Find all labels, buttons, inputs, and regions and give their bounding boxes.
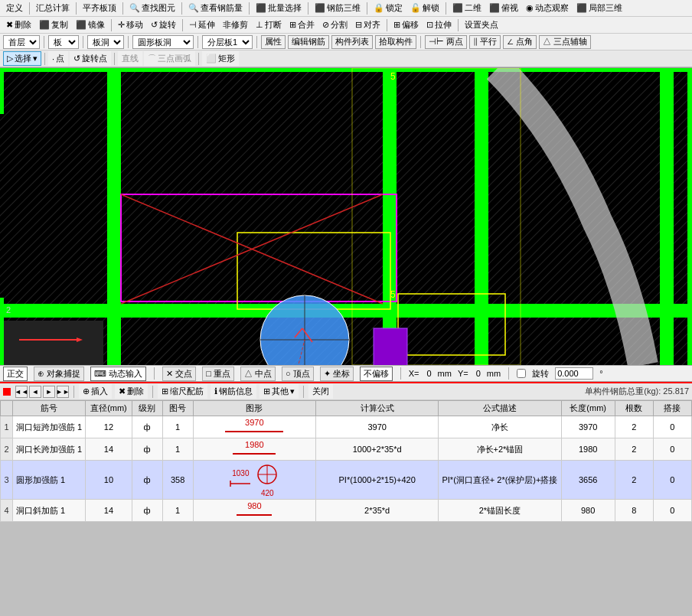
- prev-btn[interactable]: ◄: [29, 386, 41, 398]
- rotate-checkbox[interactable]: [517, 369, 526, 378]
- rotate-value[interactable]: [555, 367, 593, 380]
- last-btn[interactable]: ►►: [57, 386, 69, 398]
- rebar-info-btn[interactable]: ℹ 钢筋信息: [211, 384, 256, 399]
- col-header-length: 长度(mm): [561, 401, 615, 416]
- col-header-desc: 公式描述: [439, 401, 561, 416]
- table-row[interactable]: 1 洞口短跨加强筋 1 12 ф 1 3970 3970 净长 3970 2 0: [1, 416, 692, 438]
- arc-tool-btn[interactable]: ⌒ 三点画弧: [144, 51, 195, 66]
- row-formula-3: PI*(1000+2*15)+420: [315, 461, 438, 500]
- delete-row-btn[interactable]: ✖ 删除: [115, 384, 148, 399]
- insert-btn[interactable]: ⊕ 插入: [79, 384, 112, 399]
- snap-btn[interactable]: ⊕ 对象捕捉: [34, 367, 84, 381]
- point-angle-btn[interactable]: ∠ 点角: [503, 35, 537, 49]
- row-name-3: 圆形加强筋 1: [13, 461, 86, 500]
- svg-rect-13: [0, 114, 107, 298]
- edit-rebar-btn[interactable]: 编辑钢筋: [288, 35, 329, 49]
- lock-btn[interactable]: 🔒 锁定: [370, 1, 406, 15]
- define-btn[interactable]: 定义: [3, 1, 26, 15]
- row-desc-3: PI*(洞口直径+ 2*(保护层)+搭接: [439, 461, 561, 500]
- move-btn[interactable]: ✛ 移动: [115, 18, 146, 32]
- row-splice-3: 0: [653, 461, 691, 500]
- detail-select[interactable]: 圆形板洞: [132, 35, 194, 49]
- copy-btn[interactable]: ⬛ 复制: [36, 18, 71, 32]
- col-header-formula: 计算公式: [315, 401, 438, 416]
- sep1: [29, 2, 30, 15]
- midpoint-btn[interactable]: △ 中点: [240, 367, 276, 381]
- row-shapenum-4: 1: [162, 500, 193, 522]
- flushboard-btn[interactable]: 平齐板顶: [80, 1, 119, 15]
- table-row[interactable]: 4 洞口斜加筋 1 14 ф 1 980 2*35*d 2*锚固长度 980 8…: [1, 500, 692, 522]
- parallel-btn[interactable]: ∥ 平行: [469, 35, 501, 49]
- mirror-btn[interactable]: ⬛ 镜像: [73, 18, 108, 32]
- rotate-btn[interactable]: ↺ 旋转: [148, 18, 179, 32]
- find-btn[interactable]: 🔍 查找图元: [126, 1, 178, 15]
- merge-btn[interactable]: ⊞ 合并: [286, 18, 318, 32]
- row-name-4: 洞口斜加筋 1: [13, 500, 86, 522]
- nooffset-btn[interactable]: 不偏移: [360, 367, 393, 381]
- svg-rect-6: [383, 68, 397, 365]
- line-tool-btn[interactable]: 直线: [118, 51, 142, 66]
- point-tool-btn[interactable]: · 点: [48, 51, 68, 66]
- row-count-4: 8: [615, 500, 653, 522]
- delete-btn[interactable]: ✖ 删除: [3, 18, 34, 32]
- layer-select[interactable]: 分层板1: [202, 35, 253, 49]
- sep2: [76, 2, 77, 15]
- stretch-btn[interactable]: ⊡ 拉伸: [423, 18, 455, 32]
- intersect-btn[interactable]: ✕ 交点: [162, 367, 196, 381]
- pick-component-btn[interactable]: 拾取构件: [375, 35, 416, 49]
- unlock-btn[interactable]: 🔓 解锁: [407, 1, 442, 15]
- offset-btn[interactable]: ⊞ 偏移: [390, 18, 422, 32]
- next-btn[interactable]: ►: [43, 386, 55, 398]
- break-btn[interactable]: ⊥ 打断: [253, 18, 285, 32]
- view-rebar-btn[interactable]: 🔍 查看钢筋量: [185, 1, 246, 15]
- close-btn[interactable]: 关闭: [308, 384, 333, 399]
- two-points-btn[interactable]: ⊣⊢ 两点: [425, 35, 467, 49]
- notrim-btn[interactable]: 非修剪: [220, 18, 251, 32]
- rotate-point-btn[interactable]: ↺ 旋转点: [70, 51, 111, 66]
- table-row[interactable]: 3 圆形加强筋 1 10 ф 358 1030: [1, 461, 692, 500]
- row-shape-1: 3970: [193, 416, 315, 438]
- scale-rebar-btn[interactable]: ⊞ 缩尺配筋: [158, 384, 207, 399]
- row-count-2: 2: [615, 438, 653, 461]
- endpoint-btn[interactable]: □ 重点: [202, 367, 234, 381]
- steel-table: 筋号 直径(mm) 级别 图号 图形 计算公式 公式描述 长度(mm) 根数 搭…: [0, 400, 692, 522]
- subtype-select[interactable]: 板洞: [87, 35, 124, 49]
- cad-canvas-area[interactable]: 5 5 2: [0, 68, 692, 365]
- dynamic-btn[interactable]: ⌨ 动态输入: [90, 367, 146, 381]
- local3d-btn[interactable]: ⬛ 局部三维: [573, 1, 625, 15]
- other-btn[interactable]: ⊞ 其他 ▾: [260, 384, 299, 399]
- vertex-btn[interactable]: ○ 顶点: [282, 367, 314, 381]
- extend-btn[interactable]: ⊣ 延伸: [186, 18, 218, 32]
- shape-line-svg-4: [235, 512, 273, 518]
- row-shapenum-1: 1: [162, 416, 193, 438]
- select-tool-btn[interactable]: ▷ 选择 ▾: [3, 51, 41, 66]
- rotate-unit: °: [599, 369, 602, 378]
- first-btn[interactable]: ◄◄: [15, 386, 28, 398]
- topview-btn[interactable]: ⬛ 俯视: [486, 1, 521, 15]
- summary-btn[interactable]: 汇总计算: [33, 1, 73, 15]
- row-formula-4: 2*35*d: [315, 500, 438, 522]
- three-points-btn[interactable]: △ 三点辅轴: [539, 35, 591, 49]
- component-list-btn[interactable]: 构件列表: [331, 35, 373, 49]
- type-select[interactable]: 板: [48, 35, 79, 49]
- col-header-splice: 搭接: [653, 401, 691, 416]
- batch-select-btn[interactable]: ⬛ 批量选择: [253, 1, 305, 15]
- floor-select[interactable]: 首层: [3, 35, 40, 49]
- 2d-btn[interactable]: ⬛ 二维: [449, 1, 485, 15]
- split-btn[interactable]: ⊘ 分割: [319, 18, 351, 32]
- row-shape-2: 1980: [193, 438, 315, 461]
- table-row[interactable]: 2 洞口长跨加强筋 1 14 ф 1 1980 1000+2*35*d 净长+2…: [1, 438, 692, 461]
- align-btn[interactable]: ⊟ 对齐: [352, 18, 384, 32]
- svg-rect-14: [4, 321, 103, 365]
- dynamic-view-btn[interactable]: ◉ 动态观察: [523, 1, 572, 15]
- setpoint-btn[interactable]: 设置夹点: [462, 18, 501, 32]
- y-value: 0: [476, 369, 481, 378]
- rect-tool-btn[interactable]: ⬜ 矩形: [202, 51, 239, 66]
- row-splice-2: 0: [653, 438, 691, 461]
- row-formula-1: 3970: [315, 416, 438, 438]
- coord-btn[interactable]: ✦ 坐标: [320, 367, 354, 381]
- ortho-btn[interactable]: 正交: [3, 367, 28, 381]
- rebar3d-btn[interactable]: ⬛ 钢筋三维: [312, 1, 364, 15]
- property-btn[interactable]: 属性: [261, 35, 286, 49]
- svg-rect-5: [107, 68, 121, 365]
